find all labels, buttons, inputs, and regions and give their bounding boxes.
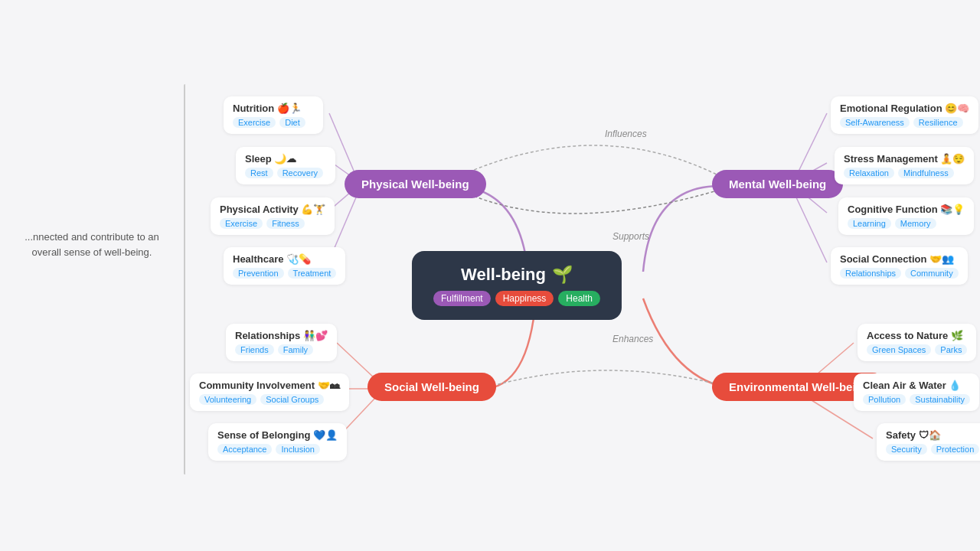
leaf-tags-nature: Green Spaces Parks <box>867 344 967 355</box>
leaf-title-air-water: Clean Air & Water 💧 <box>863 380 961 391</box>
leaf-title-safety: Safety 🛡🏠 <box>886 429 941 441</box>
leaf-tags-air-water: Pollution Sustainability <box>863 394 970 405</box>
leaf-title-community: Community Involvement 🤝🏘 <box>199 380 340 391</box>
leaf-tags-belonging: Acceptance Inclusion <box>217 444 320 455</box>
leaf-stress: Stress Management 🧘😌 Relaxation Mindfuln… <box>835 147 974 184</box>
sidebar-text: ...nnected and contribute to an overall … <box>0 214 184 275</box>
hub-tags: Fulfillment Happiness Health <box>433 291 600 306</box>
leaf-cognitive: Cognitive Function 📚💡 Learning Memory <box>838 197 974 235</box>
leaf-nature: Access to Nature 🌿 Green Spaces Parks <box>858 324 976 361</box>
leaf-tags-stress: Relaxation Mindfulness <box>844 168 954 178</box>
leaf-emotional: Emotional Regulation 😊🧠 Self-Awareness R… <box>831 96 978 134</box>
leaf-nutrition: Nutrition 🍎🏃 Exercise Diet <box>224 96 323 134</box>
leaf-relationships: Relationships 👫💕 Friends Family <box>226 324 337 361</box>
leaf-title-sleep: Sleep 🌙☁ <box>245 153 296 165</box>
leaf-tags-physical-activity: Exercise Fitness <box>220 218 305 229</box>
hub-tag-health: Health <box>558 291 600 306</box>
leaf-community: Community Involvement 🤝🏘 Volunteering So… <box>190 373 349 411</box>
leaf-tags-social-connection: Relationships Community <box>840 268 959 279</box>
leaf-tags-cognitive: Learning Memory <box>848 218 936 229</box>
sidebar-divider <box>184 84 186 474</box>
leaf-title-emotional: Emotional Regulation 😊🧠 <box>840 103 969 114</box>
leaf-air-water: Clean Air & Water 💧 Pollution Sustainabi… <box>854 373 979 411</box>
leaf-tags-healthcare: Prevention Treatment <box>233 268 336 279</box>
hub-tag-happiness: Happiness <box>495 291 554 306</box>
leaf-title-social-connection: Social Connection 🤝👥 <box>840 253 954 265</box>
leaf-title-cognitive: Cognitive Function 📚💡 <box>848 204 965 215</box>
leaf-title-nutrition: Nutrition 🍎🏃 <box>233 103 302 114</box>
leaf-title-relationships: Relationships 👫💕 <box>235 330 328 341</box>
leaf-tags-emotional: Self-Awareness Resilience <box>840 117 963 128</box>
leaf-tags-relationships: Friends Family <box>235 344 313 355</box>
leaf-title-nature: Access to Nature 🌿 <box>867 330 963 341</box>
leaf-title-belonging: Sense of Belonging 💙👤 <box>217 429 338 441</box>
branch-social: Social Well-being <box>368 373 496 401</box>
leaf-title-stress: Stress Management 🧘😌 <box>844 153 965 165</box>
branch-mental: Mental Well-being <box>712 170 843 198</box>
leaf-healthcare: Healthcare 🩺💊 Prevention Treatment <box>224 247 345 285</box>
mind-map: Influences Supports Enhances Well-being … <box>0 0 980 551</box>
leaf-tags-community: Volunteering Social Groups <box>199 394 324 405</box>
leaf-sleep: Sleep 🌙☁ Rest Recovery <box>236 147 335 184</box>
leaf-social-connection: Social Connection 🤝👥 Relationships Commu… <box>831 247 968 285</box>
label-supports: Supports <box>612 231 649 242</box>
branch-physical: Physical Well-being <box>345 170 486 198</box>
leaf-safety: Safety 🛡🏠 Security Protection <box>877 423 980 461</box>
hub-title: Well-being 🌱 <box>461 265 573 285</box>
label-enhances: Enhances <box>612 334 653 344</box>
hub-node: Well-being 🌱 Fulfillment Happiness Healt… <box>412 251 622 320</box>
label-influences: Influences <box>605 129 647 139</box>
leaf-title-healthcare: Healthcare 🩺💊 <box>233 253 311 265</box>
leaf-physical-activity: Physical Activity 💪🏋 Exercise Fitness <box>211 197 335 235</box>
leaf-tags-safety: Security Protection <box>886 444 979 455</box>
hub-tag-fulfillment: Fulfillment <box>433 291 491 306</box>
leaf-tags-nutrition: Exercise Diet <box>233 117 305 128</box>
svg-line-7 <box>796 197 827 262</box>
leaf-belonging: Sense of Belonging 💙👤 Acceptance Inclusi… <box>208 423 347 461</box>
leaf-title-physical-activity: Physical Activity 💪🏋 <box>220 204 325 215</box>
leaf-tags-sleep: Rest Recovery <box>245 168 323 178</box>
svg-line-4 <box>796 113 827 176</box>
